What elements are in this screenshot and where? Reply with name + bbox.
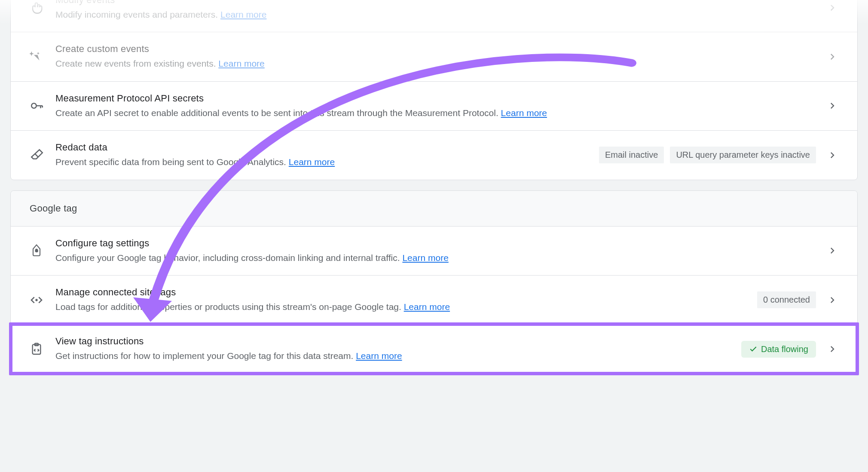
- google-tag-card: Google tag G Configure tag settings Conf…: [10, 190, 858, 374]
- configure-tag-settings-desc: Configure your Google tag behavior, incl…: [55, 251, 816, 264]
- redact-tag-url: URL query parameter keys inactive: [670, 147, 816, 163]
- learn-more-link[interactable]: Learn more: [501, 108, 547, 118]
- redact-data-desc: Prevent specific data from being sent to…: [55, 156, 590, 168]
- learn-more-link[interactable]: Learn more: [402, 253, 448, 263]
- configure-tag-settings-title: Configure tag settings: [55, 238, 816, 249]
- connected-count-tag: 0 connected: [757, 291, 816, 308]
- eraser-icon: [30, 148, 55, 162]
- tag-icon: G: [30, 244, 55, 257]
- svg-point-3: [36, 299, 37, 300]
- measurement-protocol-desc: Create an API secret to enable additiona…: [55, 107, 816, 119]
- learn-more-link[interactable]: Learn more: [356, 351, 402, 361]
- svg-point-0: [31, 104, 36, 108]
- learn-more-link[interactable]: Learn more: [218, 58, 264, 68]
- measurement-protocol-title: Measurement Protocol API secrets: [55, 93, 816, 104]
- chevron-right-icon: [826, 343, 838, 355]
- sparkle-cursor-icon: [30, 49, 55, 64]
- svg-text:G: G: [35, 249, 38, 253]
- manage-connected-tags-title: Manage connected site tags: [55, 287, 749, 298]
- view-tag-instructions-row[interactable]: View tag instructions Get instructions f…: [11, 324, 857, 373]
- learn-more-link[interactable]: Learn more: [220, 9, 266, 19]
- chevron-right-icon: [826, 294, 838, 306]
- chevron-right-icon: [826, 2, 838, 14]
- create-custom-events-row[interactable]: Create custom events Create new events f…: [11, 32, 857, 81]
- redact-data-row[interactable]: Redact data Prevent specific data from b…: [11, 130, 857, 179]
- create-custom-events-title: Create custom events: [55, 43, 816, 55]
- create-custom-events-desc: Create new events from existing events. …: [55, 57, 816, 70]
- manage-connected-tags-row[interactable]: Manage connected site tags Load tags for…: [11, 275, 857, 324]
- learn-more-link[interactable]: Learn more: [404, 302, 450, 312]
- code-icon: [30, 293, 55, 307]
- redact-tag-email: Email inactive: [599, 147, 664, 163]
- touch-icon: [30, 0, 55, 15]
- measurement-protocol-row[interactable]: Measurement Protocol API secrets Create …: [11, 81, 857, 130]
- clipboard-code-icon: [30, 342, 55, 356]
- manage-connected-tags-desc: Load tags for additional properties or p…: [55, 300, 749, 313]
- chevron-right-icon: [826, 149, 838, 161]
- view-tag-instructions-desc: Get instructions for how to implement yo…: [55, 349, 733, 362]
- google-tag-header: Google tag: [11, 191, 857, 226]
- data-flowing-pill: Data flowing: [741, 341, 816, 358]
- key-icon: [30, 98, 55, 113]
- redact-data-title: Redact data: [55, 142, 590, 153]
- events-card: Modify events Modify incoming events and…: [10, 0, 858, 180]
- check-icon: [749, 345, 758, 353]
- modify-events-row[interactable]: Modify events Modify incoming events and…: [11, 0, 857, 32]
- view-tag-instructions-title: View tag instructions: [55, 336, 733, 347]
- learn-more-link[interactable]: Learn more: [289, 157, 335, 167]
- chevron-right-icon: [826, 100, 838, 112]
- modify-events-title: Modify events: [55, 0, 816, 6]
- configure-tag-settings-row[interactable]: G Configure tag settings Configure your …: [11, 226, 857, 275]
- chevron-right-icon: [826, 51, 838, 63]
- chevron-right-icon: [826, 245, 838, 257]
- modify-events-desc: Modify incoming events and parameters. L…: [55, 8, 816, 21]
